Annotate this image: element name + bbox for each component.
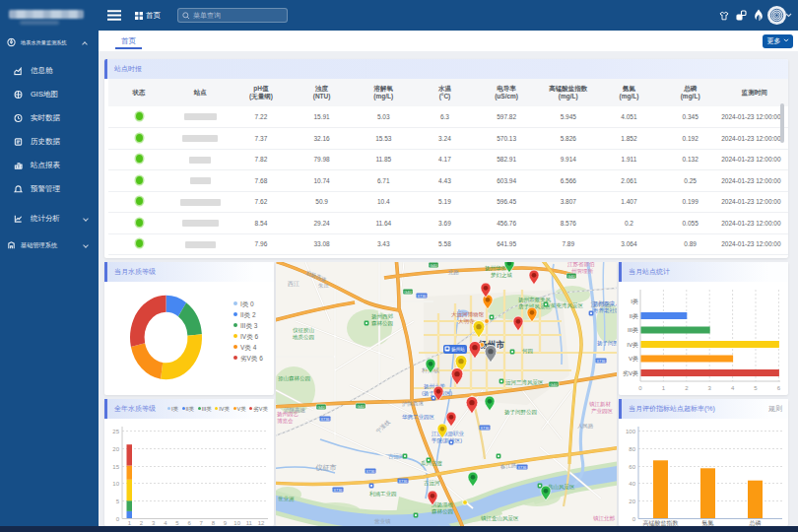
svg-text:扬州西郊: 扬州西郊 (371, 313, 394, 320)
svg-text:扬州园艺: 扬州园艺 (277, 411, 299, 418)
svg-text:西江: 西江 (288, 281, 299, 288)
svg-text:0: 0 (638, 385, 642, 391)
svg-text:X736: X736 (334, 489, 343, 493)
svg-text:何园: 何园 (522, 348, 533, 355)
svg-text:5: 5 (754, 385, 758, 391)
svg-text:X736: X736 (366, 470, 375, 474)
svg-text:X736: X736 (418, 295, 427, 299)
svg-text:人民路: 人民路 (577, 423, 594, 429)
svg-text:III类: III类 (628, 327, 638, 333)
svg-text:G40: G40 (404, 290, 412, 295)
svg-text:古运河: 古运河 (388, 453, 405, 460)
svg-text:40: 40 (629, 481, 635, 487)
svg-text:北路: 北路 (447, 269, 460, 276)
svg-text:劣V类: 劣V类 (623, 370, 638, 377)
svg-text:古运河: 古运河 (424, 480, 440, 487)
svg-text:20: 20 (112, 446, 119, 452)
svg-text:大明寺: 大明寺 (458, 318, 475, 324)
svg-text:朱庄: 朱庄 (318, 283, 330, 289)
svg-text:IV类: IV类 (627, 342, 638, 348)
svg-text:仪征市: 仪征市 (316, 463, 337, 472)
svg-text:G40: G40 (567, 274, 575, 279)
svg-text:G40: G40 (550, 382, 558, 387)
svg-text:80: 80 (629, 446, 635, 452)
svg-text:瓜州古渡: 瓜州古渡 (421, 460, 443, 467)
svg-text:X736: X736 (399, 480, 408, 484)
svg-text:润扬湿地: 润扬湿地 (432, 501, 454, 508)
svg-text:60: 60 (629, 464, 635, 470)
svg-text:X736: X736 (481, 427, 490, 431)
svg-text:扬州泰康人: 扬州泰康人 (593, 300, 617, 307)
svg-text:X736: X736 (518, 466, 527, 470)
svg-text:15: 15 (112, 464, 119, 470)
svg-text:5: 5 (116, 499, 120, 504)
svg-text:0: 0 (632, 516, 636, 522)
svg-text:4: 4 (731, 385, 735, 391)
svg-text:G40: G40 (357, 404, 365, 409)
svg-text:100: 100 (626, 429, 636, 434)
svg-text:博览会: 博览会 (277, 418, 294, 425)
svg-text:25: 25 (112, 429, 119, 434)
svg-text:州管理所: 州管理所 (571, 268, 594, 275)
svg-text:G40: G40 (317, 405, 325, 410)
svg-text:营业镇: 营业镇 (374, 518, 391, 525)
svg-text:学院(新校区): 学院(新校区) (432, 437, 462, 444)
svg-text:3: 3 (708, 385, 712, 391)
svg-text:G40: G40 (430, 263, 437, 268)
svg-text:高锰酸盐指数: 高锰酸盐指数 (643, 519, 679, 526)
svg-text:I类: I类 (631, 299, 638, 304)
svg-text:扬子问野: 扬子问野 (597, 340, 617, 347)
svg-text:华腾工业园区: 华腾工业园区 (402, 414, 435, 421)
svg-text:地质公园: 地质公园 (292, 334, 314, 341)
svg-text:产业园区: 产业园区 (591, 408, 614, 415)
svg-text:运河三湾风景区: 运河三湾风景区 (505, 379, 544, 386)
svg-text:2: 2 (685, 385, 689, 391)
svg-text:茱萸湾风景区: 茱萸湾风景区 (551, 302, 584, 309)
svg-text:仪征胶山: 仪征胶山 (293, 327, 314, 333)
svg-text:6: 6 (777, 385, 781, 391)
svg-text:氨氮: 氨氮 (702, 519, 714, 526)
svg-text:X736: X736 (321, 418, 330, 422)
svg-text:森林公园: 森林公园 (432, 508, 453, 515)
svg-text:V类: V类 (629, 356, 638, 362)
svg-text:镇江北部: 镇江北部 (593, 515, 616, 522)
svg-text:捺山森林公园: 捺山森林公园 (278, 375, 310, 382)
svg-text:焦山风景区: 焦山风景区 (548, 484, 575, 490)
svg-text:II类: II类 (630, 313, 638, 319)
svg-text:江苏旅游职业: 江苏旅游职业 (432, 431, 465, 437)
svg-text:20: 20 (629, 499, 635, 504)
svg-text:X736: X736 (597, 360, 606, 364)
svg-text:10: 10 (112, 481, 119, 487)
svg-text:寿养老社区: 寿养老社区 (593, 307, 617, 313)
svg-text:0: 0 (116, 516, 120, 522)
svg-text:1: 1 (662, 385, 666, 391)
svg-text:大运河博物馆: 大运河博物馆 (451, 311, 485, 318)
svg-text:镇江金山风景区: 镇江金山风景区 (481, 515, 519, 522)
svg-text:森林公园: 森林公园 (371, 320, 393, 327)
svg-text:扬子问野公园: 扬子问野公园 (504, 409, 537, 416)
svg-text:镇江新材: 镇江新材 (589, 401, 612, 408)
svg-text:世业洲: 世业洲 (278, 496, 295, 502)
svg-text:利涵工业园: 利涵工业园 (369, 491, 397, 498)
